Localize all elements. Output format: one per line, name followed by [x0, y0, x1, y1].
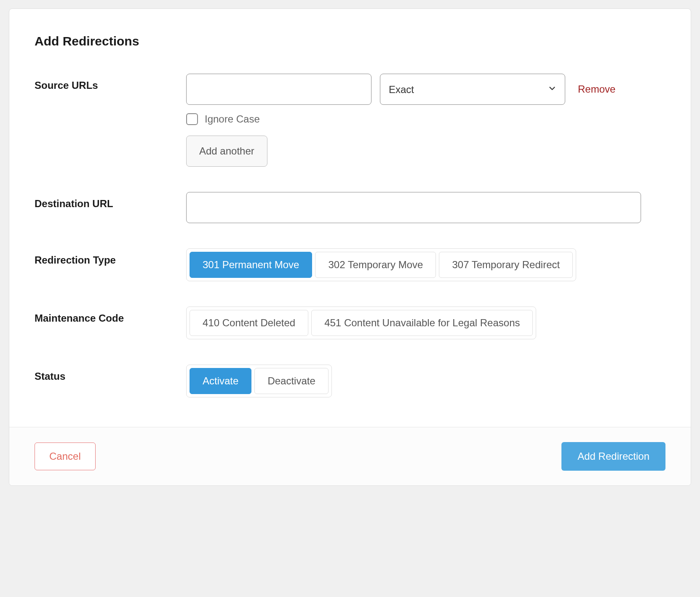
- label-destination-url: Destination URL: [35, 192, 186, 210]
- cancel-button[interactable]: Cancel: [35, 442, 96, 470]
- remove-link[interactable]: Remove: [578, 83, 615, 95]
- status-activate[interactable]: Activate: [190, 368, 251, 394]
- row-status: Status Activate Deactivate: [35, 365, 665, 397]
- ignore-case-label: Ignore Case: [205, 113, 260, 125]
- add-redirection-button[interactable]: Add Redirection: [561, 442, 665, 471]
- redirection-type-302[interactable]: 302 Temporary Move: [315, 252, 436, 278]
- match-type-select[interactable]: Exact: [380, 74, 565, 105]
- redirection-type-301[interactable]: 301 Permanent Move: [190, 252, 312, 278]
- add-another-button[interactable]: Add another: [186, 136, 267, 167]
- destination-url-input[interactable]: [186, 192, 641, 223]
- ignore-case-row: Ignore Case: [186, 113, 665, 125]
- maintenance-code-group: 410 Content Deleted 451 Content Unavaila…: [186, 306, 536, 339]
- source-url-row: Exact Remove: [186, 74, 665, 105]
- row-redirection-type: Redirection Type 301 Permanent Move 302 …: [35, 248, 665, 281]
- status-deactivate[interactable]: Deactivate: [254, 368, 328, 394]
- ignore-case-checkbox[interactable]: [186, 113, 198, 125]
- card-footer: Cancel Add Redirection: [9, 427, 691, 485]
- match-type-select-wrapper: Exact: [380, 74, 565, 105]
- status-group: Activate Deactivate: [186, 365, 332, 397]
- row-maintenance-code: Maintenance Code 410 Content Deleted 451…: [35, 306, 665, 339]
- add-redirections-card: Add Redirections Source URLs Exact Remov…: [9, 8, 691, 486]
- label-maintenance-code: Maintenance Code: [35, 306, 186, 324]
- maintenance-code-451[interactable]: 451 Content Unavailable for Legal Reason…: [311, 310, 533, 336]
- maintenance-code-410[interactable]: 410 Content Deleted: [190, 310, 308, 336]
- label-redirection-type: Redirection Type: [35, 248, 186, 266]
- source-url-input[interactable]: [186, 74, 371, 105]
- page-title: Add Redirections: [35, 34, 665, 48]
- source-controls: Exact Remove Ignore Case Add another: [186, 74, 665, 167]
- row-source-urls: Source URLs Exact Remove: [35, 74, 665, 167]
- status-controls: Activate Deactivate: [186, 365, 665, 397]
- redirection-type-group: 301 Permanent Move 302 Temporary Move 30…: [186, 248, 576, 281]
- label-source-urls: Source URLs: [35, 74, 186, 91]
- label-status: Status: [35, 365, 186, 382]
- redirection-type-controls: 301 Permanent Move 302 Temporary Move 30…: [186, 248, 665, 281]
- destination-controls: [186, 192, 665, 223]
- card-body: Add Redirections Source URLs Exact Remov…: [9, 9, 691, 427]
- row-destination-url: Destination URL: [35, 192, 665, 223]
- redirection-type-307[interactable]: 307 Temporary Redirect: [439, 252, 573, 278]
- maintenance-code-controls: 410 Content Deleted 451 Content Unavaila…: [186, 306, 665, 339]
